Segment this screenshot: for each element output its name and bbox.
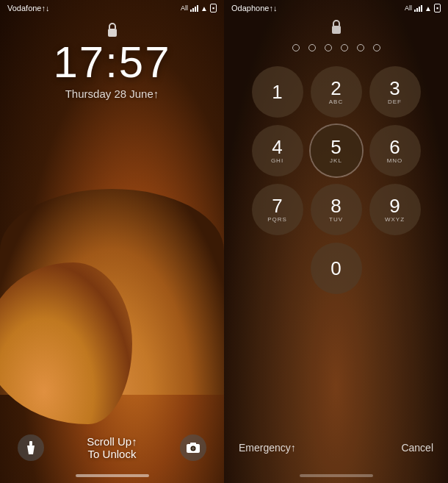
status-icons-left: All ▲ ▪	[181, 4, 217, 12]
torch-button[interactable]	[18, 434, 44, 461]
scroll-unlock-text: Scroll Up↑ To Unlock	[87, 435, 137, 460]
bar1	[190, 10, 192, 12]
carrier-left: Vodafone↑↓	[7, 4, 50, 12]
battery-icon-left: ▪	[210, 4, 217, 12]
key-5[interactable]: 5 JKL	[311, 125, 362, 176]
cancel-button[interactable]: Cancel	[401, 442, 433, 454]
scroll-up-text: Scroll Up↑	[87, 435, 137, 448]
key-0[interactable]: 0	[311, 243, 362, 294]
emergency-button[interactable]: Emergency↑	[239, 442, 296, 454]
camera-button[interactable]	[180, 434, 206, 461]
keypad: 1 2 ABC 3 DEF 4 GHI 5 JKL 6 MNO 7 PQRS	[252, 66, 421, 294]
key-8[interactable]: 8 TUV	[311, 184, 362, 235]
status-icons-right: All ▲ ▪	[405, 4, 441, 12]
bottom-actions: Emergency↑ Cancel	[224, 442, 448, 454]
left-lock-screen: Vodafone↑↓ All ▲ ▪ 17:57 Thursday 28 Jun…	[0, 0, 224, 483]
to-unlock-text: To Unlock	[87, 448, 137, 460]
wifi-icon-left: ▲	[200, 4, 208, 12]
key-4[interactable]: 4 GHI	[252, 125, 303, 176]
pin-dot-6	[373, 44, 380, 51]
svg-marker-2	[27, 446, 35, 454]
pin-dot-4	[341, 44, 348, 51]
key-7[interactable]: 7 PQRS	[252, 184, 303, 235]
key-9[interactable]: 9 WXYZ	[369, 184, 421, 235]
date-text: Thursday 28 June↑	[53, 87, 170, 100]
pin-dot-5	[357, 44, 364, 51]
key-2[interactable]: 2 ABC	[311, 66, 362, 118]
signal-bars-right	[414, 4, 422, 12]
svg-point-5	[192, 447, 195, 450]
carrier-right: Odaphone↑↓	[231, 4, 277, 12]
signal-text-left: All	[181, 4, 188, 12]
status-bar-left: Vodafone↑↓ All ▲ ▪	[0, 0, 224, 16]
pin-dot-2	[308, 44, 316, 51]
home-indicator-right	[300, 474, 373, 477]
status-bar-right: Odaphone↑↓ All ▲ ▪	[224, 0, 448, 16]
bar3	[195, 7, 196, 12]
pin-dots-container	[292, 44, 380, 51]
pin-dot-1	[292, 44, 300, 51]
home-indicator-left	[76, 474, 149, 477]
svg-rect-1	[29, 441, 32, 446]
bottom-bar-left: Scroll Up↑ To Unlock	[0, 434, 224, 461]
lock-icon-right	[330, 19, 343, 39]
key-1[interactable]: 1	[252, 66, 303, 118]
battery-right: ▪	[434, 4, 441, 12]
svg-rect-6	[190, 443, 196, 445]
svg-rect-0	[108, 29, 117, 37]
bar2	[192, 8, 194, 12]
right-passcode-screen: Odaphone↑↓ All ▲ ▪ 1	[224, 0, 448, 483]
key-3[interactable]: 3 DEF	[369, 66, 421, 118]
key-6[interactable]: 6 MNO	[369, 125, 421, 176]
signal-text-right: All	[405, 4, 412, 12]
time-display: 17:57 Thursday 28 June↑	[53, 40, 170, 100]
wifi-icon-right: ▲	[424, 4, 432, 12]
pin-dot-3	[325, 44, 332, 51]
svg-rect-7	[332, 26, 341, 34]
signal-bars-left	[190, 4, 198, 12]
time-text: 17:57	[53, 40, 170, 85]
bar4	[197, 5, 198, 12]
